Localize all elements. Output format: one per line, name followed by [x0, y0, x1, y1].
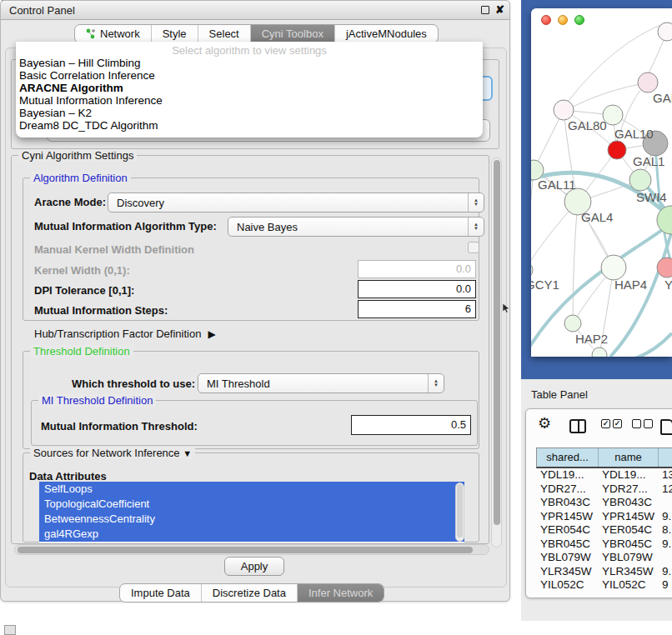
data-attributes-list[interactable]: SelfLoopsTopologicalCoefficientBetweenne… — [39, 482, 464, 542]
gcy1-network-node[interactable] — [531, 262, 533, 278]
table-cell — [658, 496, 672, 510]
table-row[interactable]: YBR045CYBR045C9. — [536, 538, 672, 552]
table-row[interactable]: YDL19...YDL19...13 — [536, 468, 672, 482]
column-header[interactable]: name — [599, 448, 659, 467]
column-header[interactable]: A — [659, 448, 672, 467]
table-cell: 12 — [658, 482, 672, 497]
node-label: GAL1 — [633, 154, 664, 168]
hub-definition-toggle[interactable]: Hub/Transcription Factor Definition▶ — [34, 328, 216, 340]
close-icon[interactable]: ✘ — [495, 3, 504, 16]
table-cell: YDL19... — [536, 468, 598, 482]
algorithm-option[interactable]: Basic Correlation Inference — [16, 69, 483, 82]
table-row[interactable]: YER054CYER054C8. — [536, 523, 672, 538]
stepper-arrows-icon[interactable]: ▲▼ — [468, 193, 484, 212]
apply-button[interactable]: Apply — [224, 557, 284, 576]
attribute-list-item[interactable]: gal4RGexp — [39, 527, 464, 542]
tab-style[interactable]: Style — [151, 25, 198, 42]
table-row[interactable]: YLR345WYLR345W9. — [536, 565, 672, 579]
algorithm-option[interactable]: Dream8 DC_TDC Algorithm — [16, 119, 483, 132]
column-header[interactable]: shared... — [537, 448, 599, 467]
dpi-tolerance-field[interactable]: 0.0 — [358, 280, 476, 298]
hap2-network-node[interactable] — [564, 315, 581, 332]
tab-select[interactable]: Select — [198, 25, 250, 42]
gear-icon[interactable]: ⚙ — [538, 414, 551, 432]
panel-title: Control Panel — [9, 4, 75, 17]
table-row[interactable]: YBL079WYBL079W — [536, 551, 672, 565]
mi-algorithm-type-combo[interactable]: Naive Bayes ▲▼ — [228, 217, 484, 237]
table-panel-title: Table Panel — [531, 388, 588, 401]
sources-title-row[interactable]: Sources for Network Inference ▼ — [30, 447, 195, 459]
control-panel-titlebar[interactable]: Control Panel ✘ — [1, 1, 509, 20]
network-view-window[interactable]: GALGAL80GAL10GAL1GAL11GAL4SWI4GCY1HAP4YH… — [531, 8, 672, 357]
algorithm-option[interactable]: Mutual Information Inference — [16, 94, 483, 107]
attribute-list-item[interactable]: BetweennessCentrality — [39, 512, 464, 527]
dpi-tolerance-label: DPI Tolerance [0,1]: — [34, 284, 134, 297]
y-network-node[interactable] — [657, 258, 672, 278]
control-panel-tabbar: NetworkStyleSelectCyni ToolboxjActiveMNo… — [74, 24, 439, 43]
gal1-network-node[interactable] — [629, 169, 651, 191]
table-cell: YBL079W — [598, 551, 658, 565]
algorithm-option[interactable]: Bayesian – K2 — [16, 107, 483, 119]
table-cell: YBR043C — [598, 496, 658, 510]
manual-kernel-checkbox[interactable] — [468, 242, 479, 253]
mi-threshold-field[interactable]: 0.5 — [351, 415, 471, 435]
tab-cyni-toolbox[interactable]: Cyni Toolbox — [250, 25, 334, 42]
export-table-icon[interactable] — [660, 419, 672, 435]
attributes-scrollbar[interactable] — [455, 482, 464, 542]
network-node[interactable] — [658, 22, 672, 41]
cyni-mode-tabbar: Impute DataDiscretize DataInfer Network — [119, 583, 384, 602]
table-row[interactable]: YPR145WYPR145W9. — [536, 510, 672, 524]
algorithm-option[interactable]: Bayesian – Hill Climbing — [16, 57, 483, 69]
node-table[interactable]: shared...nameA YDL19...YDL19...13YDR27..… — [536, 448, 672, 592]
expanded-arrow-icon[interactable]: ▼ — [183, 448, 192, 458]
stepper-arrows-icon[interactable]: ▲▼ — [468, 218, 484, 236]
node-label: SWI4 — [636, 190, 667, 204]
data-attributes-label: Data Attributes — [29, 470, 107, 482]
aracne-mode-combo[interactable]: Discovery ▲▼ — [108, 192, 484, 212]
table-row[interactable]: YBR043CYBR043C — [536, 496, 672, 510]
tab-network[interactable]: Network — [75, 25, 151, 42]
which-threshold-combo[interactable]: MI Threshold ▲▼ — [198, 373, 444, 393]
network-node[interactable] — [608, 141, 626, 159]
float-window-icon[interactable] — [481, 6, 489, 14]
sources-title: Sources for Network Inference — [33, 447, 180, 459]
collapsed-arrow-icon[interactable]: ▶ — [208, 328, 215, 340]
kernel-width-field[interactable]: 0.0 — [358, 260, 476, 278]
settings-vertical-scrollbar[interactable] — [491, 158, 502, 548]
table-panel-container: Table Panel ⚙ ✓✓ shared...nameA YDL19...… — [521, 379, 672, 621]
gal80-network-node[interactable] — [554, 100, 574, 120]
table-cell: 8. — [658, 523, 672, 538]
dock-panel-icon[interactable] — [4, 625, 16, 635]
tab-infer-network[interactable]: Infer Network — [297, 584, 384, 602]
mi-steps-label: Mutual Information Steps: — [34, 304, 168, 317]
attribute-list-item[interactable]: TopologicalCoefficient — [39, 497, 464, 512]
columns-icon[interactable] — [569, 419, 586, 433]
control-panel-window: Control Panel ✘ NetworkStyleSelectCyni T… — [0, 0, 510, 602]
mi-steps-field[interactable]: 6 — [358, 300, 476, 318]
attribute-list-item[interactable]: SelfLoops — [39, 482, 464, 497]
algorithm-option[interactable]: ARACNE Algorithm — [16, 82, 483, 94]
table-row[interactable]: YIL052CYIL052C9 — [536, 578, 672, 592]
hub-definition-label: Hub/Transcription Factor Definition — [34, 328, 201, 340]
table-cell: YPR145W — [598, 510, 658, 524]
node-label: GAL — [653, 91, 672, 105]
hap4-network-node[interactable] — [601, 255, 626, 280]
table-header-row[interactable]: shared...nameA — [536, 448, 672, 468]
tab-discretize-data[interactable]: Discretize Data — [201, 584, 297, 602]
stepper-arrows-icon[interactable]: ▲▼ — [428, 374, 444, 392]
deselect-all-checkboxes-icon[interactable] — [632, 419, 653, 428]
network-node[interactable] — [592, 348, 607, 357]
mi-threshold-label: Mutual Information Threshold: — [41, 420, 198, 432]
settings-horizontal-scrollbar[interactable] — [14, 544, 489, 555]
node-label: GAL11 — [538, 178, 576, 192]
tab-label: Discretize Data — [213, 587, 286, 599]
tab-jactivemnodules[interactable]: jActiveMNodules — [334, 25, 438, 42]
tab-impute-data[interactable]: Impute Data — [120, 584, 201, 602]
gal-network-node[interactable] — [638, 72, 658, 92]
table-row[interactable]: YDR27...YDR27...12 — [536, 482, 672, 497]
table-cell — [658, 551, 672, 565]
table-cell: YIL052C — [598, 578, 658, 592]
node-label: HAP2 — [575, 332, 608, 346]
tab-label: jActiveMNodules — [346, 28, 427, 40]
select-all-checkboxes-icon[interactable]: ✓✓ — [601, 419, 622, 428]
